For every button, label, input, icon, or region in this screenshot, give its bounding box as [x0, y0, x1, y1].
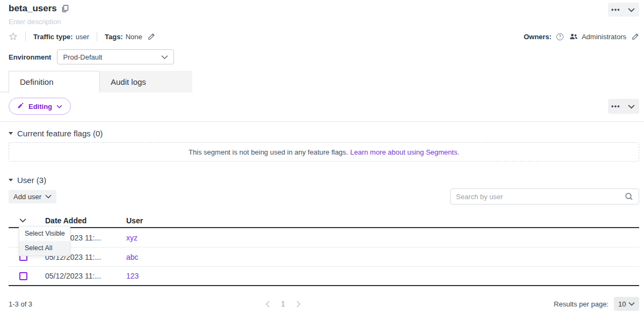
edit-owners-icon[interactable]: [631, 33, 639, 41]
results-range: 1-3 of 3: [9, 300, 32, 308]
menu-item-select-all[interactable]: Select All: [19, 241, 70, 256]
column-header-user[interactable]: User: [126, 216, 639, 225]
tags-label: Tags:: [105, 33, 123, 41]
pagination-row: 1-3 of 3 1 Results per page: 10: [9, 296, 639, 311]
editing-row: Editing •••: [9, 98, 639, 115]
copy-icon[interactable]: [61, 5, 69, 12]
empty-feature-flags-box: This segment is not being used in any fe…: [9, 142, 639, 162]
environment-label: Environment: [9, 53, 51, 61]
more-options-icon: •••: [611, 6, 620, 13]
results-per-page-select[interactable]: 10: [614, 297, 639, 311]
environment-select[interactable]: Prod-Default: [57, 49, 174, 64]
pencil-icon: [17, 102, 24, 111]
chevron-down-icon: [628, 6, 635, 14]
tab-bar: Definition Audit logs: [0, 71, 639, 92]
add-user-button[interactable]: Add user: [9, 190, 56, 203]
search-icon[interactable]: [625, 192, 633, 201]
description-placeholder[interactable]: Enter description: [9, 18, 639, 26]
title-row: beta_users: [9, 3, 639, 14]
prev-page-icon[interactable]: [265, 301, 270, 308]
tags-value: None: [126, 33, 142, 41]
user-section-title: User (3): [17, 176, 46, 185]
empty-message: This segment is not being used in any fe…: [189, 148, 348, 156]
feature-flags-section-header[interactable]: Current feature flags (0): [9, 129, 639, 138]
tab-audit-logs[interactable]: Audit logs: [100, 71, 192, 92]
editing-label: Editing: [28, 103, 52, 111]
help-circle-icon[interactable]: [556, 33, 564, 41]
tab-definition[interactable]: Definition: [9, 71, 100, 92]
add-user-label: Add user: [13, 193, 41, 201]
next-page-icon[interactable]: [296, 301, 301, 308]
column-header-date[interactable]: Date Added: [45, 216, 126, 225]
more-options-button[interactable]: •••: [608, 99, 624, 114]
traffic-type-label: Traffic type:: [33, 33, 73, 41]
definition-actions: •••: [608, 99, 639, 114]
environment-row: Environment Prod-Default: [9, 49, 639, 64]
pager: 1: [265, 300, 301, 308]
select-menu-dropdown: Select Visible Select All: [19, 226, 70, 256]
feature-flags-section: Current feature flags (0) This segment i…: [9, 129, 639, 162]
tab-label: Audit logs: [111, 77, 146, 86]
more-options-icon: •••: [611, 103, 620, 110]
page-title: beta_users: [9, 3, 57, 14]
user-controls-row: Add user: [9, 188, 639, 205]
segment-detail-page: beta_users ••• Enter description Traffic…: [0, 0, 644, 321]
user-section-header[interactable]: User (3): [9, 176, 639, 185]
results-per-page-label: Results per page:: [554, 300, 609, 308]
section-divider: [0, 121, 644, 122]
collapse-button[interactable]: [624, 99, 639, 114]
owners-label: Owners:: [524, 33, 552, 41]
user-section: User (3) Add user Date: [9, 176, 639, 311]
chevron-down-icon: [56, 105, 62, 108]
user-link[interactable]: 123: [126, 272, 139, 280]
menu-item-select-visible[interactable]: Select Visible: [19, 227, 70, 241]
star-icon[interactable]: [9, 32, 18, 41]
learn-more-link[interactable]: Learn more about using Segments.: [350, 148, 459, 156]
current-page-number[interactable]: 1: [281, 300, 285, 308]
owners-value: Administrators: [582, 33, 626, 41]
row-checkbox[interactable]: [19, 272, 27, 280]
collapse-header-button[interactable]: [624, 3, 639, 17]
divider: [25, 32, 26, 41]
chevron-down-icon: [161, 55, 168, 60]
environment-selected-value: Prod-Default: [63, 53, 102, 61]
collapse-triangle-icon: [9, 132, 13, 135]
table-header-row: Date Added User: [9, 214, 639, 228]
divider: [97, 32, 97, 41]
table-row: 05/12/2023 11:... abc: [9, 247, 639, 267]
users-icon: [569, 33, 578, 40]
table-row: 05/12/2023 11:... xyz: [9, 228, 639, 247]
results-per-page-group: Results per page: 10: [554, 297, 639, 311]
collapse-triangle-icon: [9, 179, 13, 181]
user-link[interactable]: xyz: [126, 234, 138, 242]
chevron-down-icon: [628, 103, 635, 111]
meta-row: Traffic type: user Tags: None Owners: Ad…: [9, 32, 639, 41]
user-table: Date Added User Select Visible Select Al…: [9, 214, 639, 286]
table-row: 05/12/2023 11:... 123: [9, 267, 639, 286]
search-input[interactable]: [456, 193, 625, 201]
editing-button[interactable]: Editing: [9, 98, 71, 115]
select-all-chevron-icon[interactable]: [19, 218, 26, 223]
header-actions: •••: [608, 3, 639, 17]
chevron-down-icon: [628, 302, 635, 306]
traffic-type-value: user: [76, 33, 89, 41]
user-link[interactable]: abc: [126, 253, 139, 261]
feature-flags-section-title: Current feature flags (0): [17, 129, 103, 138]
more-options-button[interactable]: •••: [608, 3, 624, 17]
chevron-down-icon: [45, 194, 52, 199]
owners-group: Owners: Administrators: [524, 33, 639, 41]
row-date: 05/12/2023 11:...: [45, 272, 126, 280]
results-per-page-value: 10: [618, 300, 626, 308]
user-search-box: [450, 188, 639, 205]
edit-tags-icon[interactable]: [147, 33, 155, 41]
tab-label: Definition: [20, 77, 54, 86]
